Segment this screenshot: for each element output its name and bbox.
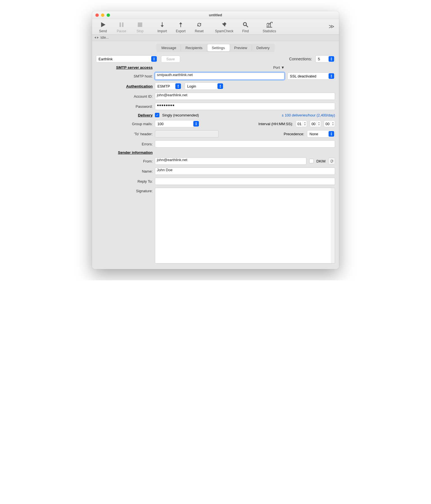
group-mails-select[interactable]: 100 ▲▼ — [155, 120, 200, 127]
gear-icon — [330, 159, 334, 163]
toolbar-overflow-button[interactable]: ≫ — [327, 21, 336, 30]
app-window: untitled Send Pause Stop Import — [92, 11, 339, 269]
window-maximize-button[interactable] — [107, 13, 110, 17]
toolbar: Send Pause Stop Import Export — [92, 19, 339, 35]
to-header-input[interactable] — [155, 130, 219, 138]
signature-textarea[interactable] — [155, 188, 335, 264]
account-id-input[interactable]: john@earthlink.net — [155, 93, 335, 100]
singly-checkbox[interactable]: ✓ — [155, 113, 159, 117]
reply-to-input[interactable] — [155, 178, 335, 185]
interval-ss-stepper[interactable]: 00▲▼ — [324, 120, 335, 127]
to-header-label: 'To' header: — [96, 132, 155, 136]
auth-method-select[interactable]: Login ▲▼ — [185, 83, 224, 90]
profile-value: Earthlink — [98, 57, 113, 61]
name-label: Name: — [96, 169, 155, 173]
interval-hh-stepper[interactable]: 01▲▼ — [296, 120, 307, 127]
svg-rect-1 — [122, 22, 123, 27]
stepper-arrows-icon: ▲▼ — [303, 121, 307, 127]
connections-select[interactable]: 5 ▲▼ — [315, 55, 335, 63]
stepper-arrows-icon: ▲▼ — [317, 121, 321, 127]
precedence-select[interactable]: None ▲▼ — [307, 130, 335, 138]
svg-rect-2 — [138, 22, 142, 27]
chevron-updown-icon: ▲▼ — [329, 56, 334, 62]
section-smtp: SMTP server access — [96, 65, 155, 70]
connections-label: Connections: — [289, 57, 312, 61]
stop-button[interactable]: Stop — [132, 21, 148, 33]
window-title: untitled — [92, 13, 339, 17]
interval-label: Interval (HH:MM:SS): — [258, 122, 293, 126]
svg-rect-0 — [120, 22, 121, 27]
arrow-up-icon — [176, 21, 185, 29]
broom-icon — [220, 21, 229, 29]
name-input[interactable]: John Doe — [155, 168, 335, 175]
chevron-updown-icon: ▲▼ — [151, 56, 157, 62]
section-delivery: Delivery — [96, 113, 155, 117]
pause-icon — [117, 21, 126, 29]
smtp-host-input[interactable]: smtpauth.earthlink.net — [155, 72, 285, 80]
settings-panel: Earthlink ▲▼ Save Connections: 5 ▲▼ SMTP… — [92, 54, 339, 269]
interval-mm-stepper[interactable]: 00▲▼ — [310, 120, 321, 127]
reply-to-label: Reply To: — [96, 179, 155, 184]
from-input[interactable]: john@earthlink.net — [155, 157, 306, 165]
port-dropdown[interactable]: Port ▼ — [273, 65, 285, 70]
ssl-select[interactable]: SSL deactivated ▲▼ — [287, 72, 335, 80]
find-button[interactable]: Find — [237, 21, 254, 33]
titlebar: untitled — [92, 11, 339, 19]
section-sender: Sender information — [96, 150, 155, 155]
auth-type-select[interactable]: ESMTP ▲▼ — [155, 83, 182, 90]
tab-message[interactable]: Message — [157, 44, 181, 51]
svg-point-3 — [243, 22, 246, 26]
chevron-updown-icon: ▲▼ — [175, 83, 181, 89]
search-icon — [241, 21, 250, 29]
profile-select[interactable]: Earthlink ▲▼ — [96, 55, 158, 63]
group-mails-label: Group mails: — [96, 122, 155, 126]
pause-button[interactable]: Pause — [113, 21, 130, 33]
export-button[interactable]: Export — [173, 21, 189, 33]
status-bar: Idle... — [92, 35, 339, 41]
from-label: From: — [96, 159, 155, 163]
password-label: Password: — [96, 104, 155, 109]
delivery-rate-link[interactable]: ± 100 deliveries/hour (2,400/day) — [282, 113, 335, 117]
window-minimize-button[interactable] — [101, 13, 104, 17]
window-close-button[interactable] — [95, 13, 99, 17]
tab-preview[interactable]: Preview — [230, 44, 252, 51]
signature-label: Signature: — [96, 188, 155, 193]
plug-icon — [94, 36, 99, 39]
reset-button[interactable]: Reset — [191, 21, 207, 33]
chevron-updown-icon: ▲▼ — [217, 83, 223, 89]
dkim-settings-button[interactable] — [328, 158, 335, 164]
tab-settings[interactable]: Settings — [207, 44, 230, 51]
precedence-label: Precedence: — [284, 132, 304, 136]
stop-icon — [136, 21, 145, 29]
singly-label: Singly (recommended) — [162, 113, 199, 117]
import-button[interactable]: Import — [154, 21, 170, 33]
save-button[interactable]: Save — [161, 56, 180, 63]
chevron-updown-icon: ▲▼ — [329, 131, 334, 137]
password-input[interactable]: ●●●●●●●● — [155, 103, 335, 110]
status-text: Idle... — [100, 36, 109, 40]
send-button[interactable]: Send — [95, 21, 111, 33]
stepper-arrows-icon: ▲▼ — [331, 121, 335, 127]
spamcheck-button[interactable]: SpamCheck — [213, 21, 235, 33]
tab-delivery[interactable]: Delivery — [252, 44, 274, 51]
chart-icon — [265, 21, 274, 29]
section-auth: Authentication — [96, 84, 155, 88]
tab-bar: Message Recipients Settings Preview Deli… — [92, 41, 339, 54]
refresh-icon — [195, 21, 204, 29]
chevron-updown-icon: ▲▼ — [193, 121, 199, 127]
tab-recipients[interactable]: Recipients — [181, 44, 207, 51]
chevron-updown-icon: ▲▼ — [329, 73, 334, 79]
statistics-button[interactable]: Statistics — [260, 21, 279, 33]
play-icon — [98, 21, 107, 29]
dkim-label: DKIM — [317, 159, 326, 163]
arrow-down-icon — [158, 21, 167, 29]
errors-label: Errors: — [96, 142, 155, 146]
account-id-label: Account ID: — [96, 94, 155, 98]
dkim-checkbox[interactable] — [309, 159, 314, 163]
errors-input[interactable] — [155, 140, 335, 148]
smtp-host-label: SMTP host: — [96, 74, 155, 78]
